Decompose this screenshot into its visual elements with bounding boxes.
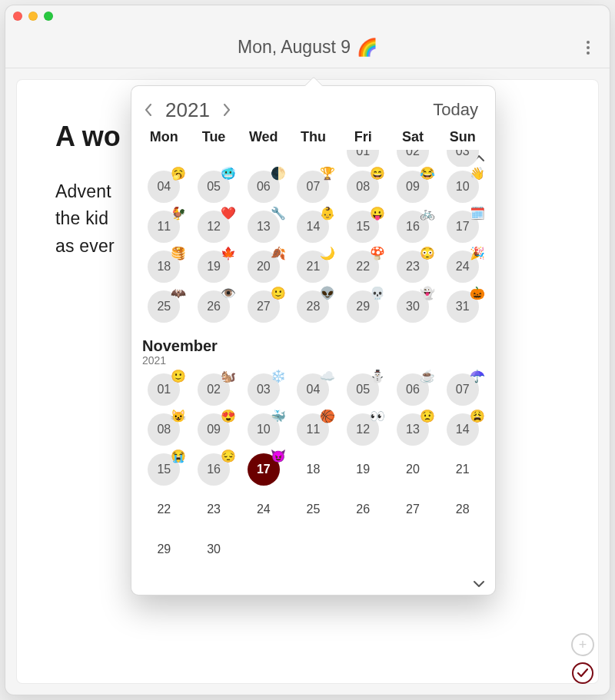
day-cell[interactable]: 17😈 <box>238 450 288 489</box>
header-emoji-icon[interactable]: 🌈 <box>357 38 377 58</box>
day-cell[interactable]: 27🙂 <box>238 287 288 327</box>
more-options-button[interactable] <box>582 36 594 59</box>
day-cell[interactable]: 31🎃 <box>437 287 487 327</box>
day-cell[interactable]: 23😳 <box>388 247 438 287</box>
day-cell[interactable]: 28👽 <box>288 287 338 327</box>
day-emoji-icon: 😄 <box>370 166 385 181</box>
day-cell[interactable]: 29 <box>139 529 189 569</box>
add-entry-button[interactable]: + <box>571 633 594 656</box>
day-cell[interactable]: 10🐳 <box>238 410 288 450</box>
floating-actions: + <box>571 633 594 684</box>
day-cell[interactable]: 08😄 <box>338 167 388 207</box>
fullscreen-window-button[interactable] <box>44 12 53 21</box>
year-label[interactable]: 2021 <box>162 98 213 122</box>
day-cell[interactable]: 12❤️ <box>189 207 239 247</box>
day-cell[interactable]: 22 <box>139 489 189 529</box>
day-cell[interactable]: 20🍂 <box>238 247 288 287</box>
day-cell[interactable]: 29💀 <box>338 287 388 327</box>
scroll-down-button[interactable] <box>472 577 486 591</box>
day-cell[interactable]: 25🦇 <box>139 287 189 327</box>
today-button[interactable]: Today <box>428 97 483 123</box>
prev-year-button[interactable] <box>139 101 158 119</box>
day-cell[interactable]: 24 <box>238 489 288 529</box>
day-cell[interactable]: 26 <box>338 489 388 529</box>
day-cell[interactable]: 19🍁 <box>189 247 239 287</box>
day-cell[interactable]: 30 <box>189 529 239 569</box>
day-cell[interactable]: 01🙂 <box>139 370 189 410</box>
header-date[interactable]: Mon, August 9 <box>238 37 351 58</box>
day-cell[interactable]: 08😺 <box>139 410 189 450</box>
day-cell[interactable]: 13😟 <box>388 410 438 450</box>
day-cell[interactable]: 19 <box>338 450 388 489</box>
close-window-button[interactable] <box>13 12 22 21</box>
day-cell[interactable]: 03❄️ <box>238 370 288 410</box>
day-cell[interactable]: 26👁️ <box>189 287 239 327</box>
day-emoji-icon: 🥞 <box>171 246 186 260</box>
day-cell[interactable]: 04☁️ <box>288 370 338 410</box>
day-emoji-icon: ☁️ <box>320 369 335 383</box>
day-cell[interactable]: 18🥞 <box>139 247 189 287</box>
day-cell[interactable]: 06🌓 <box>238 167 288 207</box>
app-window: Mon, August 9 🌈 A wo Advent xxxxxxxxxxxx… <box>5 5 610 695</box>
day-emoji-icon: 👶 <box>320 206 335 221</box>
day-cell[interactable]: 02 <box>388 150 438 167</box>
day-cell[interactable]: 21 <box>437 450 487 489</box>
day-emoji-icon: ❤️ <box>221 206 236 221</box>
day-emoji-icon: 🥶 <box>221 166 236 181</box>
day-emoji-icon: ☂️ <box>470 369 485 383</box>
day-cell[interactable]: 05⛄ <box>338 370 388 410</box>
day-emoji-icon: ☕ <box>420 369 435 383</box>
day-emoji-icon: 🎉 <box>470 246 485 260</box>
day-cell[interactable]: 02🐿️ <box>189 370 239 410</box>
weekday-sat: Sat <box>388 129 438 145</box>
day-cell[interactable]: 16🚲 <box>388 207 438 247</box>
month-header: November2021 <box>139 327 487 370</box>
weekday-wed: Wed <box>238 129 288 145</box>
confirm-button[interactable] <box>572 662 593 684</box>
day-cell[interactable]: 07🏆 <box>288 167 338 207</box>
day-cell[interactable]: 01 <box>338 150 388 167</box>
day-cell[interactable]: 09😍 <box>189 410 239 450</box>
day-cell[interactable]: 30👻 <box>388 287 438 327</box>
calendar-scroll-area[interactable]: 01020304🥱05🥶06🌓07🏆08😄09😂10👋11🐓12❤️13🔧14👶… <box>131 150 495 595</box>
day-cell[interactable]: 20 <box>388 450 438 489</box>
day-cell[interactable]: 24🎉 <box>437 247 487 287</box>
day-cell[interactable]: 14😩 <box>437 410 487 450</box>
day-cell[interactable]: 16😔 <box>189 450 239 489</box>
day-cell[interactable]: 10👋 <box>437 167 487 207</box>
day-cell[interactable]: 25 <box>288 489 338 529</box>
day-emoji-icon: 👀 <box>370 409 385 423</box>
day-emoji-icon: 🌓 <box>271 166 286 181</box>
day-cell[interactable]: 04🥱 <box>139 167 189 207</box>
day-cell[interactable]: 03 <box>437 150 487 167</box>
day-cell[interactable]: 17🗓️ <box>437 207 487 247</box>
day-cell[interactable]: 09😂 <box>388 167 438 207</box>
next-year-button[interactable] <box>218 101 236 119</box>
day-cell[interactable]: 27 <box>388 489 438 529</box>
day-cell[interactable]: 07☂️ <box>437 370 487 410</box>
day-cell[interactable]: 15😭 <box>139 450 189 489</box>
day-cell[interactable]: 18 <box>288 450 338 489</box>
day-cell[interactable]: 05🥶 <box>189 167 239 207</box>
day-emoji-icon: 👋 <box>470 166 485 181</box>
day-emoji-icon: 🍁 <box>221 246 236 260</box>
day-cell[interactable]: 13🔧 <box>238 207 288 247</box>
day-cell[interactable]: 28 <box>437 489 487 529</box>
minimize-window-button[interactable] <box>28 12 38 21</box>
day-emoji-icon: 🙂 <box>171 369 186 383</box>
calendar-popover: 2021 Today Mon Tue Wed Thu Fri Sat Sun 0… <box>131 85 496 595</box>
day-cell[interactable]: 14👶 <box>288 207 338 247</box>
day-cell[interactable]: 12👀 <box>338 410 388 450</box>
day-cell[interactable]: 11🏀 <box>288 410 338 450</box>
day-cell[interactable]: 06☕ <box>388 370 438 410</box>
weekday-header: Mon Tue Wed Thu Fri Sat Sun <box>131 128 495 150</box>
day-cell[interactable]: 21🌙 <box>288 247 338 287</box>
day-emoji-icon: 😳 <box>420 246 435 260</box>
day-cell[interactable]: 23 <box>189 489 239 529</box>
day-cell[interactable]: 11🐓 <box>139 207 189 247</box>
day-cell[interactable]: 22🍄 <box>338 247 388 287</box>
day-emoji-icon: 🍄 <box>370 246 385 260</box>
month-name: November <box>142 337 486 355</box>
day-cell[interactable]: 15😛 <box>338 207 388 247</box>
day-emoji-icon: 😟 <box>420 409 435 423</box>
